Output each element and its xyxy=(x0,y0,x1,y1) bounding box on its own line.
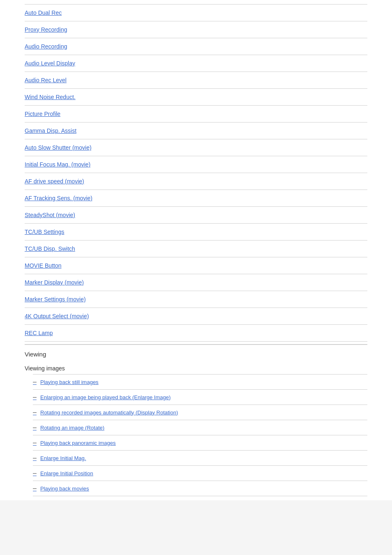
sub-list-item[interactable]: –Playing back still images xyxy=(33,374,367,390)
main-list-item[interactable]: Auto Dual Rec xyxy=(25,4,367,21)
main-list-item[interactable]: Marker Settings (movie) xyxy=(25,291,367,308)
sub-list-item[interactable]: –Rotating recorded images automatically … xyxy=(33,405,367,420)
sub-list: –Playing back still images–Enlarging an … xyxy=(25,374,367,496)
sub-link[interactable]: Enlarge Initial Position xyxy=(40,470,93,476)
sub-link[interactable]: Enlarging an image being played back (En… xyxy=(40,394,171,400)
sub-bullet-icon: – xyxy=(33,439,39,446)
sub-list-item[interactable]: –Enlarge Initial Position xyxy=(33,466,367,481)
viewing-section-header: Viewing xyxy=(25,344,367,361)
sub-link[interactable]: Playing back still images xyxy=(40,379,99,385)
sub-list-item[interactable]: –Playing back panoramic images xyxy=(33,435,367,451)
main-list-item[interactable]: AF drive speed (movie) xyxy=(25,173,367,190)
sub-link[interactable]: Rotating recorded images automatically (… xyxy=(40,409,178,416)
main-list-item[interactable]: Wind Noise Reduct. xyxy=(25,89,367,106)
main-list-item[interactable]: SteadyShot (movie) xyxy=(25,207,367,224)
sub-link[interactable]: Rotating an image (Rotate) xyxy=(40,425,104,431)
sub-link[interactable]: Enlarge Initial Mag. xyxy=(40,455,86,461)
sub-link[interactable]: Playing back movies xyxy=(40,486,89,492)
main-list-item[interactable]: Picture Profile xyxy=(25,106,367,123)
main-list-item[interactable]: AF Tracking Sens. (movie) xyxy=(25,190,367,207)
sub-bullet-icon: – xyxy=(33,470,39,476)
viewing-subsection-header: Viewing images xyxy=(25,361,367,374)
sub-list-item[interactable]: –Enlarging an image being played back (E… xyxy=(33,390,367,405)
main-list-item[interactable]: 4K Output Select (movie) xyxy=(25,308,367,325)
sub-bullet-icon: – xyxy=(33,455,39,461)
main-list-item[interactable]: Audio Recording xyxy=(25,38,367,55)
sub-bullet-icon: – xyxy=(33,424,39,431)
sub-links-container: –Playing back still images–Enlarging an … xyxy=(33,374,367,496)
main-list-item[interactable]: Marker Display (movie) xyxy=(25,274,367,291)
page-container: Auto Dual RecProxy RecordingAudio Record… xyxy=(0,0,392,500)
main-list-item[interactable]: Audio Rec Level xyxy=(25,72,367,89)
sub-list-item[interactable]: –Rotating an image (Rotate) xyxy=(33,420,367,435)
sub-list-item[interactable]: –Enlarge Initial Mag. xyxy=(33,451,367,466)
main-list-item[interactable]: Auto Slow Shutter (movie) xyxy=(25,139,367,156)
main-list-item[interactable]: TC/UB Disp. Switch xyxy=(25,240,367,257)
main-links-container: Auto Dual RecProxy RecordingAudio Record… xyxy=(25,4,367,342)
main-list-item[interactable]: TC/UB Settings xyxy=(25,224,367,240)
main-list-item[interactable]: Audio Level Display xyxy=(25,55,367,72)
main-list-item[interactable]: Initial Focus Mag. (movie) xyxy=(25,156,367,173)
sub-bullet-icon: – xyxy=(33,379,39,385)
sub-bullet-icon: – xyxy=(33,485,39,492)
sub-bullet-icon: – xyxy=(33,394,39,400)
sub-link[interactable]: Playing back panoramic images xyxy=(40,440,116,446)
main-list-item[interactable]: MOVIE Button xyxy=(25,257,367,274)
main-list-item[interactable]: REC Lamp xyxy=(25,325,367,342)
main-list-item[interactable]: Proxy Recording xyxy=(25,21,367,38)
sub-bullet-icon: – xyxy=(33,409,39,416)
main-list-section: Auto Dual RecProxy RecordingAudio Record… xyxy=(0,4,392,496)
main-list-item[interactable]: Gamma Disp. Assist xyxy=(25,123,367,139)
sub-list-item[interactable]: –Playing back movies xyxy=(33,481,367,496)
